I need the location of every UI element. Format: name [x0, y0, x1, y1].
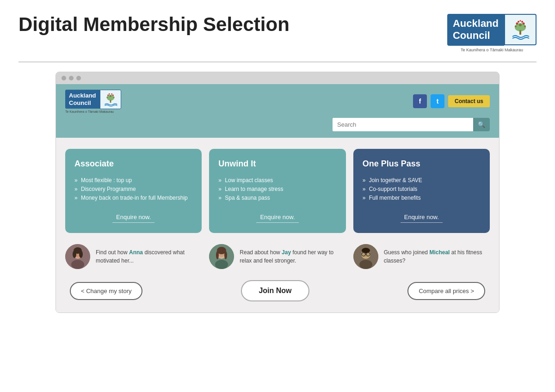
site-header-top: Auckland Council [56, 84, 499, 113]
change-story-button[interactable]: < Change my story [70, 282, 142, 300]
card-unwind-title: Unwind It [218, 159, 336, 169]
browser-dot-1 [62, 76, 66, 80]
site-header-search: 🔍 [56, 113, 499, 138]
join-now-button[interactable]: Join Now [241, 280, 309, 301]
story-micheal-text: Guess who joined Micheal at his fitness … [384, 248, 490, 265]
site-logo-wrap: Auckland Council [65, 90, 121, 113]
search-button[interactable]: 🔍 [473, 118, 490, 131]
enquire-associate-button[interactable]: Enquire now. [112, 212, 154, 223]
svg-point-35 [359, 260, 372, 269]
avatar-jay [209, 244, 234, 269]
card-oneplus-features: Join together & SAVE Co-support tutorial… [363, 176, 481, 203]
logo-text: Auckland Council [447, 14, 504, 46]
svg-point-9 [515, 23, 526, 31]
card-associate-features: Most flexible : top up Discovery Program… [74, 176, 192, 203]
browser-content: Auckland Council [56, 84, 499, 313]
feature-item: Learn to manage stress [218, 185, 336, 194]
stories-row: Find out how Anna discovered what motiva… [65, 244, 490, 269]
svg-point-7 [520, 20, 521, 22]
svg-point-16 [111, 93, 112, 95]
search-bar: 🔍 [333, 118, 490, 131]
story-anna: Find out how Anna discovered what motiva… [65, 244, 202, 269]
compare-prices-button[interactable]: Compare all prices > [407, 282, 485, 300]
auckland-council-logo: Auckland Council [447, 14, 536, 52]
site-header: Auckland Council [56, 84, 499, 138]
avatar-micheal [353, 244, 378, 269]
enquire-unwind-button[interactable]: Enquire now. [256, 212, 298, 223]
site-nav-right: f t Contact us [413, 94, 490, 108]
svg-point-5 [518, 21, 519, 23]
story-anna-name: Anna [129, 249, 143, 256]
feature-item: Low impact classes [218, 176, 336, 185]
page-header: Digital Membership Selection Auckland Co… [18, 14, 536, 62]
avatar-anna [65, 244, 90, 269]
site-logo: Auckland Council [65, 90, 121, 109]
facebook-button[interactable]: f [413, 94, 427, 108]
site-logo-text: Auckland Council [65, 90, 100, 109]
svg-point-31 [216, 251, 219, 259]
svg-point-32 [224, 251, 227, 259]
story-jay-name: Jay [282, 249, 291, 256]
contact-us-button[interactable]: Contact us [448, 95, 490, 107]
browser-titlebar [56, 72, 499, 84]
card-unwind-features: Low impact classes Learn to manage stres… [218, 176, 336, 203]
feature-item: Join together & SAVE [363, 176, 481, 185]
card-oneplus: One Plus Pass Join together & SAVE Co-su… [353, 149, 490, 233]
svg-point-15 [108, 93, 110, 95]
feature-item: Co-support tutorials [363, 185, 481, 194]
feature-item: Money back on trade-in for full Membersh… [74, 194, 192, 202]
svg-point-25 [79, 251, 83, 258]
story-micheal-name: Micheal [429, 249, 450, 256]
feature-item: Full member benefits [363, 194, 481, 202]
feature-item: Most flexible : top up [74, 176, 192, 185]
svg-point-24 [73, 251, 76, 258]
card-unwind: Unwind It Low impact classes Learn to ma… [209, 149, 345, 233]
svg-point-18 [106, 95, 114, 101]
bottom-buttons: < Change my story Join Now Compare all p… [65, 280, 490, 301]
svg-point-28 [215, 260, 228, 269]
cards-row: Associate Most flexible : top up Discove… [65, 149, 490, 233]
story-jay: Read about how Jay found her way to rela… [209, 244, 345, 269]
svg-point-21 [71, 260, 84, 269]
browser-dot-3 [76, 76, 81, 80]
browser-dot-2 [69, 76, 74, 80]
browser-mockup: Auckland Council [56, 72, 500, 313]
twitter-button[interactable]: t [431, 94, 444, 108]
search-input[interactable] [333, 118, 473, 131]
page-title: Digital Membership Selection [18, 14, 290, 35]
site-logo-tagline: Te Kaunihera o Tāmaki Makaurau [65, 110, 114, 113]
card-oneplus-title: One Plus Pass [363, 159, 481, 169]
logo-tagline: Te Kaunihera o Tāmaki Makaurau [461, 48, 523, 52]
enquire-oneplus-button[interactable]: Enquire now. [401, 212, 443, 223]
story-jay-text: Read about how Jay found her way to rela… [240, 248, 345, 265]
story-micheal: Guess who joined Micheal at his fitness … [353, 244, 490, 269]
story-anna-text: Find out how Anna discovered what motiva… [96, 248, 202, 265]
svg-point-6 [521, 21, 523, 23]
logo-icon [504, 14, 536, 45]
site-main: Associate Most flexible : top up Discove… [56, 138, 499, 313]
card-associate: Associate Most flexible : top up Discove… [65, 149, 202, 233]
feature-item: Spa & sauna pass [218, 194, 336, 202]
site-logo-icon [100, 90, 121, 109]
feature-item: Discovery Programme [74, 185, 192, 194]
card-associate-title: Associate [74, 159, 192, 169]
